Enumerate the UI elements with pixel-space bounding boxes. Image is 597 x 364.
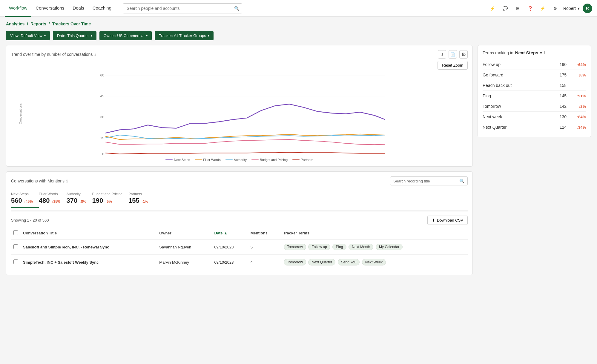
search-recording-input[interactable] [393, 179, 458, 183]
row-mentions-2: 4 [248, 255, 281, 270]
filters-bar: View: Default View ▾ Date: This Quarter … [0, 29, 597, 45]
avatar[interactable]: R [583, 4, 592, 13]
download-icon: ⬇ [432, 218, 435, 222]
breadcrumb-current: Trackers Over Time [52, 21, 91, 26]
select-all-checkbox[interactable] [13, 230, 18, 235]
mentions-title: Conversations with Mentions ℹ [11, 179, 68, 183]
legend-next-steps[interactable]: Next Steps [165, 158, 190, 162]
col-conversation-title: Conversation Title [21, 227, 157, 239]
svg-text:60: 60 [100, 73, 105, 77]
right-panel: Terms ranking in Next Steps ▾ ℹ Follow u… [478, 45, 591, 275]
search-recording-container: 🔍 [390, 176, 468, 185]
grid-icon[interactable]: ⊞ [513, 4, 523, 13]
col-date[interactable]: Date ▲ [212, 227, 248, 239]
legend-filler-words[interactable]: Filler Words [195, 158, 220, 162]
download-pdf-btn[interactable]: 📄 [449, 50, 457, 59]
mentions-section: Conversations with Mentions ℹ 🔍 Next Ste… [6, 171, 473, 275]
row-tags-2: Tomorrow Next Quarter Send You Next Week [281, 255, 468, 270]
reset-zoom-button[interactable]: Reset Zoom [438, 61, 468, 70]
table-row: SimpleTech, INC + Salesloft Weekly Sync … [11, 255, 468, 270]
row-checkbox-1[interactable] [13, 244, 18, 249]
chat-icon[interactable]: 💬 [501, 4, 510, 13]
tag-nextquarter-2[interactable]: Next Quarter [308, 259, 335, 265]
nav-deals[interactable]: Deals [68, 0, 88, 17]
download-csv-button[interactable]: ⬇ Download CSV [427, 216, 468, 225]
chart-actions: ⬇ 📄 🖼 [438, 50, 468, 59]
legend-partners[interactable]: Partners [292, 158, 313, 162]
legend-budget-pricing[interactable]: Budget and Pricing [251, 158, 288, 162]
trend-chart: 60 45 30 15 0 9/1 [23, 72, 468, 156]
col-mentions: Mentions [248, 227, 281, 239]
help-icon[interactable]: ❓ [526, 4, 535, 13]
terms-group-selector[interactable]: Next Steps [515, 50, 538, 55]
row-title-1: Salesloft and SimpleTech, INC. - Renewal… [21, 239, 157, 255]
row-date-1: 09/10/2023 [212, 239, 248, 255]
tag-ping-1[interactable]: Ping [332, 244, 346, 250]
svg-text:45: 45 [100, 94, 105, 98]
svg-text:15: 15 [100, 136, 105, 140]
mentions-info-icon[interactable]: ℹ [66, 179, 68, 183]
main-content: Trend over time by number of conversatio… [0, 45, 597, 281]
row-tags-1: Tomorrow Follow up Ping Next Month My Ca… [281, 239, 468, 255]
terms-list: Follow up 190 ↑64% Go forward 175 ↓8% Re… [483, 59, 586, 132]
row-checkbox-2[interactable] [13, 259, 18, 264]
terms-row-5: Next week 130 ↑84% [483, 112, 586, 122]
breadcrumb-reports[interactable]: Reports [30, 21, 46, 26]
nav-coaching[interactable]: Coaching [88, 0, 116, 17]
top-nav: Workflow Conversations Deals Coaching 🔍 … [0, 0, 597, 17]
nav-icons: ⚡ 💬 ⊞ ❓ ⚡ ⚙ Robert ▾ R [488, 4, 592, 13]
metric-authority[interactable]: Authority 370 ↓8% [67, 190, 92, 207]
table-row: Salesloft and SimpleTech, INC. - Renewal… [11, 239, 468, 255]
nav-search-container: 🔍 [123, 3, 242, 13]
nav-search-input[interactable] [123, 3, 242, 13]
settings-icon[interactable]: ⚙ [551, 4, 560, 13]
filter-view[interactable]: View: Default View ▾ [6, 31, 50, 40]
row-date-2: 09/10/2023 [212, 255, 248, 270]
terms-row-2: Reach back out 158 — [483, 80, 586, 91]
download-csv-chart-btn[interactable]: ⬇ [438, 50, 446, 59]
download-image-btn[interactable]: 🖼 [459, 50, 468, 59]
tag-sendyou-2[interactable]: Send You [338, 259, 360, 265]
chart-info-icon[interactable]: ℹ [94, 52, 96, 57]
metric-partners[interactable]: Partners 155 ↑1% [128, 190, 154, 207]
terms-prefix: Terms ranking in [483, 50, 513, 55]
metric-filler-words[interactable]: Filler Words 480 ↑35% [39, 190, 67, 207]
lightning-icon[interactable]: ⚡ [538, 4, 548, 13]
filter-date[interactable]: Date: This Quarter ▾ [53, 31, 96, 40]
metric-next-steps[interactable]: Next Steps 560 ↑45% [11, 190, 39, 208]
user-menu[interactable]: Robert ▾ [563, 6, 580, 11]
col-owner: Owner [157, 227, 212, 239]
filter-tracker[interactable]: Tracker: All Tracker Groups ▾ [155, 31, 214, 40]
metrics-row: Next Steps 560 ↑45% Filler Words 480 ↑35… [11, 190, 468, 211]
tag-nextweek-2[interactable]: Next Week [362, 259, 386, 265]
chevron-down-icon: ▾ [578, 6, 580, 11]
chart-card: Trend over time by number of conversatio… [6, 45, 473, 167]
nav-conversations[interactable]: Conversations [31, 0, 68, 17]
row-mentions-1: 5 [248, 239, 281, 255]
chart-title: Trend over time by number of conversatio… [11, 52, 96, 57]
terms-group-chevron[interactable]: ▾ [540, 50, 542, 55]
terms-info-icon[interactable]: ℹ [544, 50, 545, 55]
terms-card: Terms ranking in Next Steps ▾ ℹ Follow u… [478, 45, 591, 137]
row-owner-1: Savannah Nguyen [157, 239, 212, 255]
tag-followup-1[interactable]: Follow up [308, 244, 330, 250]
terms-row-1: Go forward 175 ↓8% [483, 70, 586, 80]
nav-search-icon: 🔍 [234, 6, 239, 11]
row-title-2: SimpleTech, INC + Salesloft Weekly Sync [21, 255, 157, 270]
tag-mycalendar-1[interactable]: My Calendar [376, 244, 403, 250]
tag-tomorrow-1[interactable]: Tomorrow [284, 244, 306, 250]
breadcrumb-analytics[interactable]: Analytics [6, 21, 24, 26]
terms-row-6: Next Quarter 124 ↓34% [483, 122, 586, 132]
chart-legend: Next Steps Filler Words Authority Budget… [11, 158, 468, 162]
filter-owner[interactable]: Owner: US Commercial ▾ [99, 31, 152, 40]
tag-nextmonth-1[interactable]: Next Month [349, 244, 373, 250]
nav-workflow[interactable]: Workflow [5, 0, 31, 17]
breadcrumb: Analytics / Reports / Trackers Over Time [0, 17, 597, 29]
svg-text:0: 0 [102, 152, 104, 156]
tag-tomorrow-2[interactable]: Tomorrow [284, 259, 306, 265]
legend-authority[interactable]: Authority [225, 158, 247, 162]
activity-icon[interactable]: ⚡ [488, 4, 498, 13]
search-recording-icon: 🔍 [459, 179, 464, 183]
metric-budget-pricing[interactable]: Budget and Pricing 190 ↑5% [92, 190, 128, 207]
y-axis-label: Conversations [19, 103, 22, 124]
